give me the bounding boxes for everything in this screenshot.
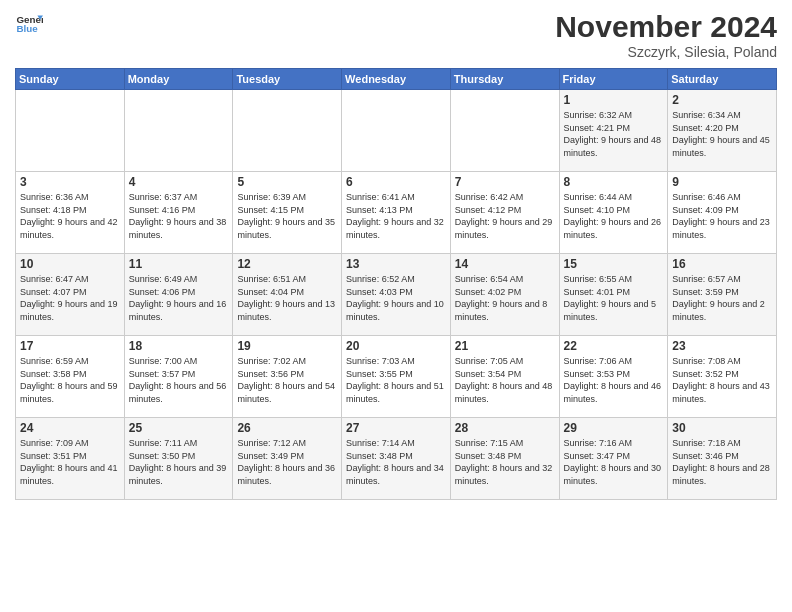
day-info: Sunrise: 6:54 AM Sunset: 4:02 PM Dayligh… <box>455 273 555 323</box>
day-info: Sunrise: 6:42 AM Sunset: 4:12 PM Dayligh… <box>455 191 555 241</box>
logo: General Blue <box>15 10 43 38</box>
calendar-cell <box>233 90 342 172</box>
calendar-cell: 28Sunrise: 7:15 AM Sunset: 3:48 PM Dayli… <box>450 418 559 500</box>
day-number: 7 <box>455 175 555 189</box>
calendar-cell: 3Sunrise: 6:36 AM Sunset: 4:18 PM Daylig… <box>16 172 125 254</box>
calendar-week-row: 17Sunrise: 6:59 AM Sunset: 3:58 PM Dayli… <box>16 336 777 418</box>
calendar-week-row: 24Sunrise: 7:09 AM Sunset: 3:51 PM Dayli… <box>16 418 777 500</box>
day-number: 20 <box>346 339 446 353</box>
calendar-cell: 12Sunrise: 6:51 AM Sunset: 4:04 PM Dayli… <box>233 254 342 336</box>
calendar-cell: 4Sunrise: 6:37 AM Sunset: 4:16 PM Daylig… <box>124 172 233 254</box>
month-title: November 2024 <box>555 10 777 44</box>
calendar-cell <box>342 90 451 172</box>
day-number: 6 <box>346 175 446 189</box>
weekday-header: Friday <box>559 69 668 90</box>
day-info: Sunrise: 7:00 AM Sunset: 3:57 PM Dayligh… <box>129 355 229 405</box>
day-number: 9 <box>672 175 772 189</box>
day-info: Sunrise: 6:57 AM Sunset: 3:59 PM Dayligh… <box>672 273 772 323</box>
day-info: Sunrise: 6:41 AM Sunset: 4:13 PM Dayligh… <box>346 191 446 241</box>
calendar-cell: 13Sunrise: 6:52 AM Sunset: 4:03 PM Dayli… <box>342 254 451 336</box>
calendar-cell: 14Sunrise: 6:54 AM Sunset: 4:02 PM Dayli… <box>450 254 559 336</box>
day-number: 15 <box>564 257 664 271</box>
day-info: Sunrise: 6:44 AM Sunset: 4:10 PM Dayligh… <box>564 191 664 241</box>
day-info: Sunrise: 6:51 AM Sunset: 4:04 PM Dayligh… <box>237 273 337 323</box>
weekday-header: Saturday <box>668 69 777 90</box>
day-number: 27 <box>346 421 446 435</box>
day-number: 3 <box>20 175 120 189</box>
calendar-cell: 18Sunrise: 7:00 AM Sunset: 3:57 PM Dayli… <box>124 336 233 418</box>
weekday-header: Thursday <box>450 69 559 90</box>
day-number: 23 <box>672 339 772 353</box>
day-number: 28 <box>455 421 555 435</box>
day-info: Sunrise: 7:06 AM Sunset: 3:53 PM Dayligh… <box>564 355 664 405</box>
calendar-cell: 21Sunrise: 7:05 AM Sunset: 3:54 PM Dayli… <box>450 336 559 418</box>
weekday-header: Wednesday <box>342 69 451 90</box>
day-info: Sunrise: 6:47 AM Sunset: 4:07 PM Dayligh… <box>20 273 120 323</box>
day-number: 19 <box>237 339 337 353</box>
day-number: 18 <box>129 339 229 353</box>
calendar-cell: 6Sunrise: 6:41 AM Sunset: 4:13 PM Daylig… <box>342 172 451 254</box>
day-number: 22 <box>564 339 664 353</box>
day-number: 1 <box>564 93 664 107</box>
day-info: Sunrise: 7:15 AM Sunset: 3:48 PM Dayligh… <box>455 437 555 487</box>
day-info: Sunrise: 6:59 AM Sunset: 3:58 PM Dayligh… <box>20 355 120 405</box>
day-info: Sunrise: 6:55 AM Sunset: 4:01 PM Dayligh… <box>564 273 664 323</box>
calendar-table: SundayMondayTuesdayWednesdayThursdayFrid… <box>15 68 777 500</box>
day-info: Sunrise: 6:36 AM Sunset: 4:18 PM Dayligh… <box>20 191 120 241</box>
day-number: 16 <box>672 257 772 271</box>
day-info: Sunrise: 7:14 AM Sunset: 3:48 PM Dayligh… <box>346 437 446 487</box>
day-number: 4 <box>129 175 229 189</box>
calendar-cell: 1Sunrise: 6:32 AM Sunset: 4:21 PM Daylig… <box>559 90 668 172</box>
day-info: Sunrise: 6:49 AM Sunset: 4:06 PM Dayligh… <box>129 273 229 323</box>
day-info: Sunrise: 7:12 AM Sunset: 3:49 PM Dayligh… <box>237 437 337 487</box>
calendar-cell <box>450 90 559 172</box>
day-info: Sunrise: 7:18 AM Sunset: 3:46 PM Dayligh… <box>672 437 772 487</box>
day-number: 30 <box>672 421 772 435</box>
calendar-cell: 16Sunrise: 6:57 AM Sunset: 3:59 PM Dayli… <box>668 254 777 336</box>
weekday-header: Monday <box>124 69 233 90</box>
calendar-cell <box>16 90 125 172</box>
calendar-cell: 2Sunrise: 6:34 AM Sunset: 4:20 PM Daylig… <box>668 90 777 172</box>
calendar-cell <box>124 90 233 172</box>
calendar-cell: 9Sunrise: 6:46 AM Sunset: 4:09 PM Daylig… <box>668 172 777 254</box>
calendar-cell: 24Sunrise: 7:09 AM Sunset: 3:51 PM Dayli… <box>16 418 125 500</box>
day-info: Sunrise: 7:08 AM Sunset: 3:52 PM Dayligh… <box>672 355 772 405</box>
calendar-cell: 5Sunrise: 6:39 AM Sunset: 4:15 PM Daylig… <box>233 172 342 254</box>
calendar-cell: 7Sunrise: 6:42 AM Sunset: 4:12 PM Daylig… <box>450 172 559 254</box>
calendar-cell: 30Sunrise: 7:18 AM Sunset: 3:46 PM Dayli… <box>668 418 777 500</box>
calendar-cell: 27Sunrise: 7:14 AM Sunset: 3:48 PM Dayli… <box>342 418 451 500</box>
title-block: November 2024 Szczyrk, Silesia, Poland <box>555 10 777 60</box>
day-number: 21 <box>455 339 555 353</box>
svg-text:Blue: Blue <box>16 23 38 34</box>
day-info: Sunrise: 6:32 AM Sunset: 4:21 PM Dayligh… <box>564 109 664 159</box>
calendar-cell: 26Sunrise: 7:12 AM Sunset: 3:49 PM Dayli… <box>233 418 342 500</box>
day-number: 10 <box>20 257 120 271</box>
day-info: Sunrise: 7:05 AM Sunset: 3:54 PM Dayligh… <box>455 355 555 405</box>
day-info: Sunrise: 7:02 AM Sunset: 3:56 PM Dayligh… <box>237 355 337 405</box>
day-number: 14 <box>455 257 555 271</box>
calendar-cell: 17Sunrise: 6:59 AM Sunset: 3:58 PM Dayli… <box>16 336 125 418</box>
day-number: 2 <box>672 93 772 107</box>
calendar-week-row: 3Sunrise: 6:36 AM Sunset: 4:18 PM Daylig… <box>16 172 777 254</box>
calendar-cell: 25Sunrise: 7:11 AM Sunset: 3:50 PM Dayli… <box>124 418 233 500</box>
day-number: 12 <box>237 257 337 271</box>
day-number: 5 <box>237 175 337 189</box>
weekday-header: Tuesday <box>233 69 342 90</box>
calendar-cell: 29Sunrise: 7:16 AM Sunset: 3:47 PM Dayli… <box>559 418 668 500</box>
weekday-header: Sunday <box>16 69 125 90</box>
day-info: Sunrise: 6:37 AM Sunset: 4:16 PM Dayligh… <box>129 191 229 241</box>
header: General Blue November 2024 Szczyrk, Sile… <box>15 10 777 60</box>
calendar-cell: 22Sunrise: 7:06 AM Sunset: 3:53 PM Dayli… <box>559 336 668 418</box>
day-info: Sunrise: 6:46 AM Sunset: 4:09 PM Dayligh… <box>672 191 772 241</box>
day-number: 11 <box>129 257 229 271</box>
calendar-cell: 20Sunrise: 7:03 AM Sunset: 3:55 PM Dayli… <box>342 336 451 418</box>
calendar-week-row: 10Sunrise: 6:47 AM Sunset: 4:07 PM Dayli… <box>16 254 777 336</box>
day-number: 26 <box>237 421 337 435</box>
day-info: Sunrise: 7:09 AM Sunset: 3:51 PM Dayligh… <box>20 437 120 487</box>
location-subtitle: Szczyrk, Silesia, Poland <box>555 44 777 60</box>
day-number: 8 <box>564 175 664 189</box>
calendar-cell: 23Sunrise: 7:08 AM Sunset: 3:52 PM Dayli… <box>668 336 777 418</box>
day-number: 25 <box>129 421 229 435</box>
day-info: Sunrise: 6:34 AM Sunset: 4:20 PM Dayligh… <box>672 109 772 159</box>
day-number: 24 <box>20 421 120 435</box>
